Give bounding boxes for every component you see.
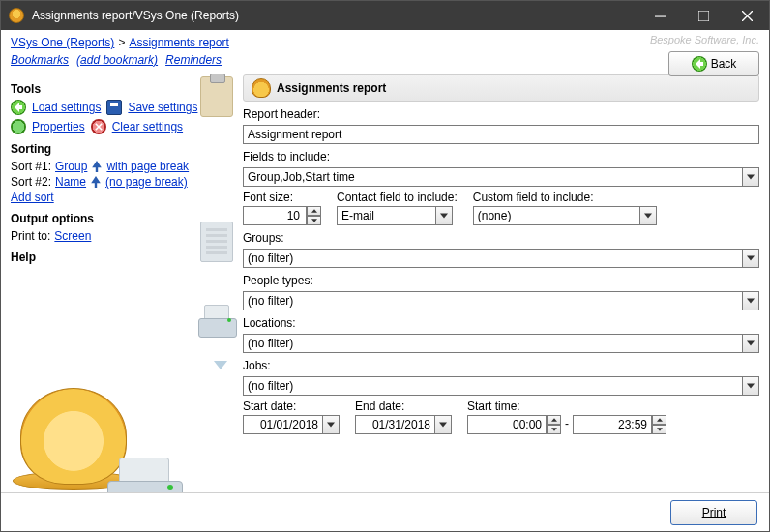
sort2-pagebreak-link[interactable]: (no page break) xyxy=(105,175,188,189)
breadcrumb-parent[interactable]: VSys One (Reports) xyxy=(11,36,114,49)
add-bookmark-link[interactable]: (add bookmark) xyxy=(76,53,158,67)
fields-dropdown-button[interactable] xyxy=(742,167,759,187)
close-button[interactable] xyxy=(726,1,769,30)
custom-dropdown-button[interactable] xyxy=(639,206,657,225)
print-to-value-link[interactable]: Screen xyxy=(54,229,91,243)
sorting-header: Sorting xyxy=(11,142,229,156)
custom-field-combo[interactable] xyxy=(473,206,657,225)
start-time-from-up[interactable] xyxy=(547,415,561,425)
start-time-to-up[interactable] xyxy=(652,415,666,425)
people-types-combo[interactable] xyxy=(243,291,759,310)
properties-icon xyxy=(11,119,26,134)
start-time-from-spinner[interactable] xyxy=(467,415,561,434)
groups-combo[interactable] xyxy=(243,249,759,268)
save-settings-icon xyxy=(106,100,122,115)
jobs-dropdown-button[interactable] xyxy=(742,376,759,396)
contact-field-combo[interactable] xyxy=(337,206,453,225)
content-panel: Assignments report Report header: Fields… xyxy=(239,71,769,531)
sort1-label: Sort #1: xyxy=(11,160,51,173)
start-time-from-input[interactable] xyxy=(467,415,547,434)
load-settings-icon xyxy=(11,100,26,115)
minimize-button[interactable] xyxy=(638,1,682,30)
people-types-label: People types: xyxy=(243,274,759,287)
locations-dropdown-button[interactable] xyxy=(742,334,759,353)
start-date-combo[interactable] xyxy=(243,415,340,434)
jobs-input[interactable] xyxy=(243,376,742,396)
end-date-combo[interactable] xyxy=(355,415,452,434)
window-controls xyxy=(638,1,769,30)
start-time-to-down[interactable] xyxy=(652,425,666,434)
fields-to-include-combo[interactable] xyxy=(243,167,759,187)
start-date-label: Start date: xyxy=(243,399,340,413)
brand-label: Bespoke Software, Inc. xyxy=(650,34,759,45)
section-title: Assignments report xyxy=(277,81,386,95)
add-sort-link[interactable]: Add sort xyxy=(11,191,54,204)
maximize-button[interactable] xyxy=(682,1,726,30)
reminders-link[interactable]: Reminders xyxy=(165,53,222,67)
properties-link[interactable]: Properties xyxy=(32,120,85,133)
custom-field-label: Custom field to include: xyxy=(473,191,657,204)
bookmark-toolbar: Bookmarks (add bookmark) Reminders xyxy=(1,49,769,71)
print-button[interactable]: Print xyxy=(670,500,757,525)
document-icon xyxy=(200,222,233,262)
end-date-label: End date: xyxy=(355,399,452,413)
end-date-input[interactable] xyxy=(355,415,434,434)
jobs-label: Jobs: xyxy=(243,359,759,372)
printer-icon xyxy=(198,305,237,338)
sort2-label: Sort #2: xyxy=(11,175,51,189)
start-time-to-input[interactable] xyxy=(573,415,652,434)
jobs-combo[interactable] xyxy=(243,376,759,396)
start-time-label: Start time: xyxy=(467,399,666,413)
svg-rect-0 xyxy=(655,15,666,16)
window-title: Assignments report/VSys One (Reports) xyxy=(32,9,638,22)
footer-bar: Print xyxy=(1,492,769,531)
contact-dropdown-button[interactable] xyxy=(435,206,453,225)
sort1-direction-icon[interactable] xyxy=(91,161,103,172)
sort-row-2: Sort #2: Name (no page break) xyxy=(11,175,229,189)
start-time-from-down[interactable] xyxy=(547,425,561,434)
helmet-icon xyxy=(252,78,271,98)
fields-to-include-input[interactable] xyxy=(243,167,742,187)
back-button[interactable]: Back xyxy=(668,51,759,76)
groups-input[interactable] xyxy=(243,249,742,268)
locations-combo[interactable] xyxy=(243,334,759,353)
locations-label: Locations: xyxy=(243,316,759,330)
help-header: Help xyxy=(11,251,229,264)
sort1-field-link[interactable]: Group xyxy=(55,160,87,173)
people-types-input[interactable] xyxy=(243,291,742,310)
breadcrumb-current[interactable]: Assignments report xyxy=(129,36,228,49)
start-date-dropdown-button[interactable] xyxy=(322,415,340,434)
people-dropdown-button[interactable] xyxy=(742,291,759,310)
clear-settings-icon xyxy=(91,119,106,134)
load-settings-link[interactable]: Load settings xyxy=(32,101,101,114)
contact-field-label: Contact field to include: xyxy=(337,191,458,204)
fields-to-include-label: Fields to include: xyxy=(243,150,759,163)
custom-field-input[interactable] xyxy=(473,206,639,225)
sort2-direction-icon[interactable] xyxy=(90,176,102,188)
bookmarks-link[interactable]: Bookmarks xyxy=(11,53,69,67)
title-bar: Assignments report/VSys One (Reports) xyxy=(1,1,769,30)
start-time-to-spinner[interactable] xyxy=(573,415,666,434)
start-date-input[interactable] xyxy=(243,415,322,434)
groups-dropdown-button[interactable] xyxy=(742,249,759,268)
section-header: Assignments report xyxy=(243,74,759,102)
output-options-header: Output options xyxy=(11,212,229,225)
font-size-spinner[interactable] xyxy=(243,206,321,225)
print-to-label: Print to: xyxy=(11,229,50,243)
contact-field-input[interactable] xyxy=(337,206,435,225)
report-header-input[interactable] xyxy=(243,125,759,144)
help-chevron-icon[interactable] xyxy=(214,361,227,369)
clear-settings-link[interactable]: Clear settings xyxy=(112,120,183,133)
sort1-pagebreak-link[interactable]: with page break xyxy=(106,160,189,173)
tools-header: Tools xyxy=(11,82,229,96)
sort2-field-link[interactable]: Name xyxy=(55,175,86,189)
time-range-separator: - xyxy=(565,417,569,432)
font-size-up[interactable] xyxy=(307,206,321,216)
font-size-input[interactable] xyxy=(243,206,307,225)
app-window: Assignments report/VSys One (Reports) VS… xyxy=(0,0,770,532)
locations-input[interactable] xyxy=(243,334,742,353)
font-size-down[interactable] xyxy=(307,216,321,225)
end-date-dropdown-button[interactable] xyxy=(434,415,452,434)
save-settings-link[interactable]: Save settings xyxy=(128,101,197,114)
back-button-label: Back xyxy=(711,57,737,71)
